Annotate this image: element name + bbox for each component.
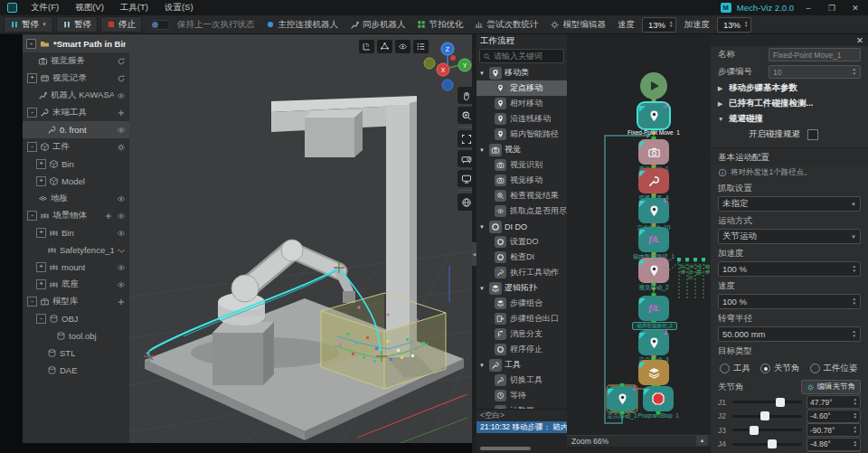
workflow-step[interactable]: 步骤组合出口 [476, 311, 567, 326]
chevron-down-icon[interactable]: ▼ [479, 286, 486, 291]
tree-item[interactable]: STL [23, 344, 129, 362]
flow-node[interactable] [638, 168, 669, 193]
workflow-step[interactable]: 消息分支 [476, 326, 567, 342]
joint-slider[interactable] [732, 415, 802, 418]
flow-node[interactable] [643, 386, 674, 411]
workflow-group[interactable]: ▼工具 [476, 357, 567, 373]
plus-icon[interactable] [117, 109, 126, 118]
collapse-icon[interactable]: - [36, 314, 46, 324]
workflow-step[interactable]: 设置DO [476, 234, 567, 250]
plus-icon[interactable] [104, 212, 113, 221]
model-editor-button[interactable]: 模型编辑器 [545, 19, 610, 31]
plus-icon[interactable] [117, 297, 126, 307]
scroll-up-button[interactable]: ▲ [696, 436, 708, 446]
minimize-button[interactable]: – [799, 4, 817, 13]
tree-item[interactable]: +底座 [23, 276, 129, 293]
workflow-step[interactable]: 抓取点是否用尽 [476, 203, 567, 219]
pause-secondary-button[interactable]: 暂停 [56, 16, 98, 33]
tree-item[interactable]: 机器人 KAWASAK... [23, 87, 129, 104]
flow-node[interactable] [638, 139, 669, 165]
eye-icon[interactable] [117, 91, 126, 100]
radio-option[interactable]: 工件位姿 [810, 363, 858, 374]
expand-tool-button[interactable] [458, 130, 472, 147]
workflow-group[interactable]: ▼DI DO [476, 219, 567, 234]
tree-item[interactable]: -模型库 [23, 293, 129, 310]
expand-icon[interactable]: + [36, 262, 46, 272]
name-input[interactable]: Fixed-Point Move_1 [769, 48, 861, 61]
expand-icon[interactable]: + [36, 279, 46, 289]
workflow-step[interactable]: 切换工具 [476, 373, 567, 388]
expand-icon[interactable]: + [36, 176, 46, 186]
menu-item-1[interactable]: 视图(V) [67, 2, 112, 14]
refresh-icon[interactable] [117, 74, 126, 83]
tree-item[interactable]: 视觉服务 [23, 52, 129, 70]
joint-slider[interactable] [732, 429, 802, 431]
collapse-icon[interactable]: - [27, 297, 37, 307]
tree-item[interactable]: +Bin [23, 224, 129, 241]
collision-checkbox[interactable] [807, 129, 818, 140]
joint-value-stepper[interactable]: -4.86°▲▼ [807, 438, 861, 451]
flow-node[interactable]: L [638, 258, 669, 283]
tree-item[interactable]: 地板 [23, 190, 129, 207]
basic-motion-config-tab[interactable]: 基本运动配置 [711, 147, 868, 165]
joint-value-stepper[interactable]: 47.79°▲▼ [807, 395, 861, 409]
eye-icon[interactable] [117, 212, 126, 221]
eye-icon[interactable] [117, 263, 126, 272]
workflow-step[interactable]: 定点移动 [476, 80, 567, 96]
edit-joint-angles-button[interactable]: 编辑关节角 [801, 380, 862, 394]
radio-option[interactable]: 关节角 [760, 363, 800, 374]
acceleration-stepper[interactable]: 13%▲▼ [717, 17, 751, 33]
eye-icon[interactable] [117, 194, 126, 203]
globe-tool-button[interactable] [458, 193, 472, 211]
tree-item[interactable]: 0. front [23, 121, 129, 138]
tree-item[interactable]: +Model [23, 173, 129, 190]
wave-icon[interactable] [117, 246, 126, 255]
workflow-search-input[interactable]: 请输入关键词 [479, 49, 564, 63]
menu-item-3[interactable]: 设置(S) [156, 2, 202, 14]
flow-node-exit[interactable]: 箱内智能路径_2 [632, 322, 677, 330]
section-header[interactable]: ▶移动步骤基本参数 [711, 80, 868, 96]
tree-item[interactable]: -场景物体 [23, 207, 129, 224]
eye-icon[interactable] [117, 229, 126, 238]
transform-tool-button[interactable]: Tr [359, 40, 374, 53]
workflow-step[interactable]: 执行工具动作 [476, 265, 567, 280]
cycle-optimize-button[interactable]: 节拍优化 [412, 19, 467, 31]
chevron-down-icon[interactable]: ▼ [479, 363, 486, 368]
eye-icon[interactable] [117, 280, 126, 289]
screen-tool-button[interactable] [458, 170, 472, 187]
workflow-step[interactable]: 视觉识别 [476, 157, 567, 173]
joint-slider[interactable] [732, 401, 802, 403]
chevron-down-icon[interactable]: ▼ [479, 224, 486, 230]
menu-item-0[interactable]: 文件(F) [23, 2, 67, 14]
tree-item[interactable]: +视觉记录 [23, 70, 129, 87]
workflow-step[interactable]: 检查DI [476, 250, 567, 265]
chevron-down-icon[interactable]: ▼ [479, 71, 486, 76]
tree-item[interactable]: -OBJ [23, 310, 129, 327]
flow-node[interactable]: L [638, 198, 669, 223]
workflow-step[interactable]: 相对移动 [476, 96, 567, 111]
sync-robot-button[interactable]: 同步机器人 [345, 19, 410, 31]
collapse-icon[interactable]: - [27, 211, 37, 221]
tree-item[interactable]: -末端工具 [23, 104, 129, 121]
expand-icon[interactable]: + [36, 159, 46, 169]
tree-item[interactable]: DAE [23, 362, 129, 379]
zoomp-tool-button[interactable] [458, 107, 472, 124]
maximize-button[interactable]: ❐ [823, 4, 841, 13]
project-root-row[interactable]: - *Smart Path in Bin/V... [23, 34, 129, 52]
stepper[interactable]: 100 %▲▼ [718, 294, 861, 309]
stepper[interactable]: 100 %▲▼ [718, 261, 861, 277]
collapse-icon[interactable]: - [26, 39, 36, 49]
stepper[interactable]: 50.000 mm▲▼ [718, 326, 861, 342]
panel-close-icon[interactable]: ✕ [856, 35, 863, 45]
viewport-3d[interactable]: Tr Z X Y [129, 34, 472, 443]
collapse-icon[interactable]: - [27, 142, 37, 152]
speed-stepper[interactable]: 13%▲▼ [642, 17, 676, 33]
menu-item-2[interactable]: 工具(T) [112, 2, 156, 14]
tree-item[interactable]: tool.obj [23, 327, 129, 344]
workflow-step[interactable]: 视觉移动 [476, 173, 567, 188]
flow-node[interactable]: J [638, 103, 669, 128]
log-entry-row[interactable]: 21:10:32 移动步骤： 箱内智能路径 [476, 421, 567, 433]
flow-node[interactable]: J [638, 330, 669, 355]
eye-icon[interactable] [117, 126, 126, 135]
section-header[interactable]: ▶已持有工件碰撞检测... [711, 96, 868, 111]
